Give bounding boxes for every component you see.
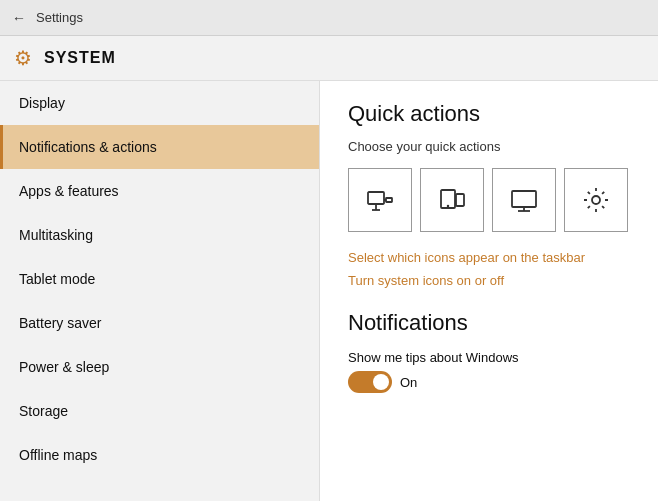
sidebar-item-offline-maps[interactable]: Offline maps (0, 433, 319, 477)
sidebar-item-battery[interactable]: Battery saver (0, 301, 319, 345)
svg-rect-3 (386, 198, 392, 202)
quick-actions-row (348, 168, 630, 232)
sidebar-item-multitasking[interactable]: Multitasking (0, 213, 319, 257)
quick-action-connect[interactable] (348, 168, 412, 232)
svg-point-11 (592, 196, 600, 204)
tablet-icon (436, 184, 468, 216)
system-header: ⚙ SYSTEM (0, 36, 658, 81)
notifications-section: Notifications Show me tips about Windows… (348, 310, 630, 393)
main-content: Display Notifications & actions Apps & f… (0, 81, 658, 501)
toggle-track (348, 371, 392, 393)
system-title: SYSTEM (44, 49, 116, 67)
quick-action-settings[interactable] (564, 168, 628, 232)
back-button[interactable]: ← (12, 10, 26, 26)
right-panel: Quick actions Choose your quick actions (320, 81, 658, 501)
toggle-state-label: On (400, 375, 417, 390)
quick-actions-subtitle: Choose your quick actions (348, 139, 630, 154)
taskbar-icons-link[interactable]: Select which icons appear on the taskbar (348, 250, 630, 265)
tips-toggle[interactable] (348, 371, 392, 393)
svg-rect-8 (512, 191, 536, 207)
screen-icon (508, 184, 540, 216)
title-bar: ← Settings (0, 0, 658, 36)
svg-rect-0 (368, 192, 384, 204)
toggle-container: On (348, 371, 630, 393)
quick-action-screen[interactable] (492, 168, 556, 232)
show-tips-label: Show me tips about Windows (348, 350, 630, 365)
sidebar: Display Notifications & actions Apps & f… (0, 81, 320, 501)
notifications-title: Notifications (348, 310, 630, 336)
sidebar-item-display[interactable]: Display (0, 81, 319, 125)
svg-rect-6 (456, 194, 464, 206)
system-gear-icon: ⚙ (14, 46, 32, 70)
sidebar-item-apps[interactable]: Apps & features (0, 169, 319, 213)
sidebar-item-power[interactable]: Power & sleep (0, 345, 319, 389)
settings-quick-icon (580, 184, 612, 216)
quick-actions-title: Quick actions (348, 101, 630, 127)
system-icons-link[interactable]: Turn system icons on or off (348, 273, 630, 288)
quick-action-tablet[interactable] (420, 168, 484, 232)
quick-actions-section: Quick actions Choose your quick actions (348, 101, 630, 288)
sidebar-item-tablet[interactable]: Tablet mode (0, 257, 319, 301)
toggle-thumb (373, 374, 389, 390)
title-bar-title: Settings (36, 10, 83, 25)
connect-icon (364, 184, 396, 216)
sidebar-item-notifications[interactable]: Notifications & actions (0, 125, 319, 169)
sidebar-item-storage[interactable]: Storage (0, 389, 319, 433)
